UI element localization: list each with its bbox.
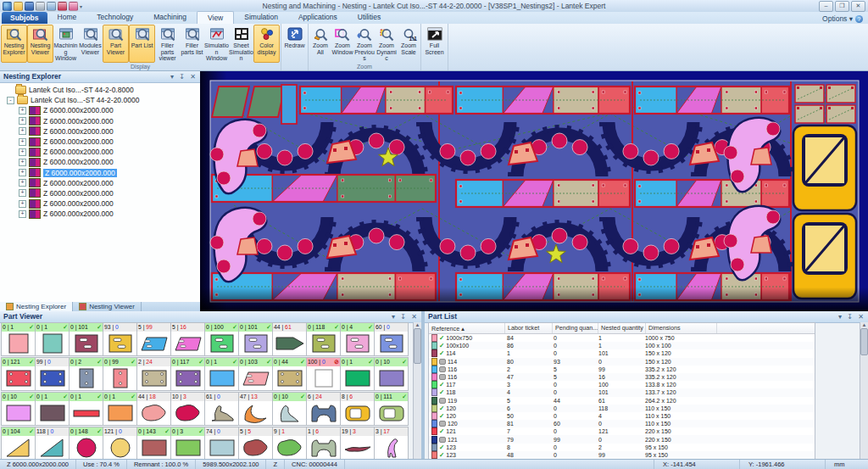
part-cell-42[interactable]: 0 | 3✓: [170, 427, 205, 461]
part-list-row-12[interactable]: 12081600110 x 150: [429, 420, 815, 427]
tree-folder-1[interactable]: Lantek Cut Iso...-ST 44-2-0.8000: [0, 85, 200, 95]
tree-expander[interactable]: +: [19, 117, 26, 125]
bottom-tab-nesting-explorer[interactable]: Nesting Explorer: [0, 302, 73, 311]
part-list-row-7[interactable]: ✓11730100133.8 x 120: [429, 381, 815, 388]
tree-sheet-item-1[interactable]: +Z 6000.000x2000.000: [0, 105, 200, 115]
tree-sheet-item-3[interactable]: +Z 6000.000x2000.000: [0, 126, 200, 137]
tree-expander[interactable]: +: [19, 127, 26, 135]
part-cell-19[interactable]: 0 | 1✓: [204, 357, 239, 391]
part-cell-36[interactable]: 0 | 111✓: [374, 392, 409, 426]
part-cell-12[interactable]: 60 | 0: [374, 322, 409, 356]
tab-technology[interactable]: Technology: [86, 11, 143, 23]
tab-machining[interactable]: Machining: [143, 11, 197, 23]
part-cell-30[interactable]: 10 | 3: [170, 392, 205, 426]
panel-menu-icon[interactable]: ▾: [392, 313, 397, 321]
part-cell-13[interactable]: 0 | 121✓: [1, 357, 36, 391]
minimize-button[interactable]: –: [819, 1, 833, 12]
tree-sheet-item-7[interactable]: +Z 6000.000x2000.000: [0, 168, 200, 178]
part-cell-34[interactable]: 6 | 24: [306, 392, 341, 426]
tab-subjobs[interactable]: Subjobs: [2, 12, 47, 24]
part-cell-8[interactable]: 0 | 101✓: [238, 322, 273, 356]
panel-close-icon[interactable]: ✕: [411, 313, 419, 321]
part-cell-44[interactable]: 5 | 5: [238, 427, 273, 461]
part-cell-7[interactable]: 0 | 100✓: [204, 322, 239, 356]
part-cell-22[interactable]: 100 | 0⊘: [306, 357, 341, 391]
part-list-row-11[interactable]: ✓1205004110 x 150: [429, 412, 815, 420]
part-list-button[interactable]: Part List: [129, 25, 155, 63]
zoom-all-button[interactable]: Zoom All: [309, 25, 331, 63]
column-header-pending-quan-[interactable]: Pending quan...: [553, 323, 598, 333]
part-cell-9[interactable]: 44 | 61: [272, 322, 307, 356]
part-list-row-3[interactable]: ✓11410101150 x 120: [429, 349, 815, 357]
part-list-row-2[interactable]: ✓100x1008601100 x 100: [429, 342, 815, 349]
color-display-button[interactable]: Color display: [253, 25, 280, 63]
part-cell-27[interactable]: 0 | 1✓: [69, 392, 103, 426]
tree-sheet-item-2[interactable]: +Z 6000.000x2000.000: [0, 116, 200, 126]
part-list-row-10[interactable]: ✓12060118110 x 150: [429, 405, 815, 412]
part-cell-25[interactable]: 0 | 10✓: [1, 392, 36, 426]
panel-menu-icon[interactable]: ▾: [170, 73, 175, 81]
bottom-tab-nesting-viewer[interactable]: Nesting Viewer: [73, 302, 142, 311]
part-cell-3[interactable]: 0 | 101✓: [69, 322, 103, 356]
nesting-explorer-button[interactable]: Nesting Explorer: [1, 25, 27, 63]
part-cell-33[interactable]: 0 | 10✓: [272, 392, 307, 426]
part-cell-45[interactable]: 9 | 1: [272, 427, 307, 461]
part-list-row-9[interactable]: 11954461264.2 x 120: [429, 397, 815, 405]
part-cell-48[interactable]: 3 | 17: [374, 427, 409, 461]
open-icon[interactable]: [14, 2, 23, 11]
tree-sheet-item-4[interactable]: +Z 6000.000x2000.000: [0, 137, 200, 147]
part-cell-23[interactable]: 0 | 1✓: [340, 357, 375, 391]
part-list-row-15[interactable]: ✓12380295 x 150: [429, 444, 815, 451]
tree-sheet-item-8[interactable]: +Z 6000.000x2000.000: [0, 178, 200, 188]
column-header-labor-ticket[interactable]: Labor ticket: [505, 323, 553, 333]
part-cell-38[interactable]: 118 | 0: [35, 427, 70, 461]
part-cell-17[interactable]: 2 | 24: [136, 357, 171, 391]
close-button[interactable]: ✕: [851, 1, 865, 12]
tree-sheet-item-6[interactable]: +Z 6000.000x2000.000: [0, 157, 200, 167]
image-icon[interactable]: [69, 2, 78, 11]
part-cell-37[interactable]: 0 | 104✓: [1, 427, 36, 461]
help-icon[interactable]: ?: [855, 15, 863, 23]
nesting-canvas[interactable]: [200, 71, 868, 311]
part-cell-14[interactable]: 99 | 0: [35, 357, 70, 391]
tab-utilities[interactable]: Utilities: [348, 11, 391, 23]
column-header-nested-quantity[interactable]: Nested quantity: [598, 323, 646, 333]
tree-expander[interactable]: +: [19, 107, 26, 114]
tree-expander[interactable]: +: [19, 200, 26, 208]
part-cell-11[interactable]: 0 | 4✓: [340, 322, 375, 356]
tree-expander[interactable]: +: [19, 179, 26, 187]
part-cell-26[interactable]: 0 | 1✓: [35, 392, 70, 426]
pin-icon[interactable]: ↧: [400, 313, 408, 321]
part-cell-41[interactable]: 0 | 143✓: [136, 427, 171, 461]
nesting-viewer-button[interactable]: Nesting Viewer: [27, 25, 53, 63]
part-cell-40[interactable]: 121 | 0: [103, 427, 137, 461]
tree-sheet-item-9[interactable]: +Z 6000.000x2000.000: [0, 188, 200, 198]
tree-expander[interactable]: -: [7, 97, 14, 104]
tree-expander[interactable]: +: [19, 159, 26, 166]
tree-expander[interactable]: +: [19, 148, 26, 156]
zoom-window-button[interactable]: Zoom Window: [331, 25, 353, 63]
part-cell-29[interactable]: 44 | 18: [136, 392, 171, 426]
machining-window-button[interactable]: Machining Window: [53, 25, 78, 63]
simulation-window-button[interactable]: Simulation Window: [204, 25, 229, 63]
part-cell-46[interactable]: 1 | 6: [306, 427, 341, 461]
part-cell-4[interactable]: 93 | 0: [103, 322, 137, 356]
tree-sheet-item-11[interactable]: +Z 6000.000x2000.000: [0, 209, 200, 219]
part-cell-32[interactable]: 47 | 13: [238, 392, 273, 426]
part-list-row-13[interactable]: ✓12170121220 x 150: [429, 427, 815, 435]
part-cell-18[interactable]: 0 | 117✓: [170, 357, 205, 391]
modules-viewer-button[interactable]: Modules Viewer: [78, 25, 103, 63]
part-list-row-6[interactable]: 11647516335.2 x 120: [429, 373, 815, 381]
part-list-row-4[interactable]: 11480930150 x 120: [429, 358, 815, 366]
part-viewer-button[interactable]: Part Viewer: [103, 25, 129, 63]
restore-button[interactable]: ❐: [835, 1, 849, 12]
filler-parts-list-button[interactable]: Filler parts list: [180, 25, 204, 63]
tab-home[interactable]: Home: [47, 11, 87, 23]
part-cell-28[interactable]: 0 | 1✓: [103, 392, 137, 426]
part-list-row-16[interactable]: ✓1234809995 x 150: [429, 451, 815, 459]
tree-sheet-item-5[interactable]: +Z 6000.000x2000.000: [0, 147, 200, 157]
part-cell-2[interactable]: 0 | 1✓: [35, 322, 70, 356]
part-cell-10[interactable]: 0 | 118✓: [306, 322, 341, 356]
part-cell-39[interactable]: 0 | 148✓: [69, 427, 103, 461]
print-icon[interactable]: [36, 2, 45, 11]
